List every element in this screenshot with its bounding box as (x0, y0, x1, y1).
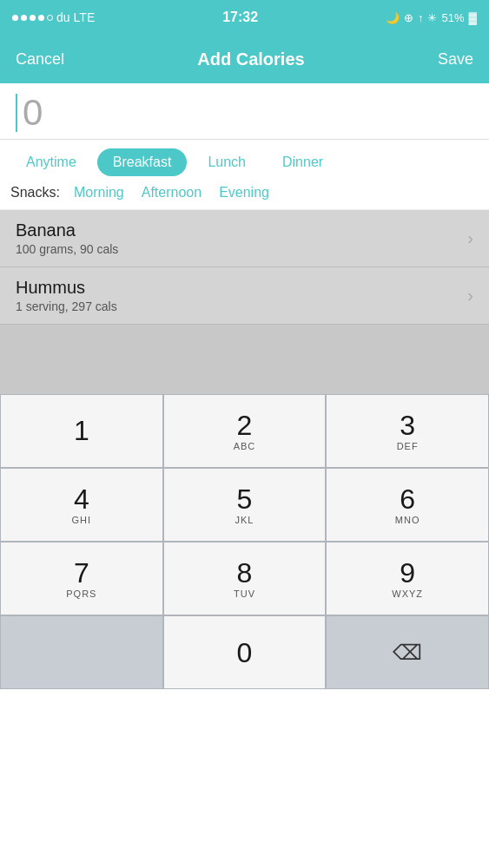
food-name: Banana (16, 220, 118, 240)
arrow-icon: ↑ (418, 11, 424, 24)
delete-icon: ⌫ (393, 641, 422, 665)
tab-anytime[interactable]: Anytime (10, 148, 92, 176)
numpad-key-3[interactable]: 3 DEF (326, 394, 489, 468)
key-main-label: 0 (237, 639, 253, 667)
meal-selector: Anytime Breakfast Lunch Dinner Snacks: M… (0, 140, 489, 210)
chevron-right-icon: › (467, 228, 473, 248)
food-item-hummus[interactable]: Hummus 1 serving, 297 cals › (0, 267, 489, 325)
status-right: 🌙 ⊕ ↑ ✳ 51% ▓ (386, 11, 477, 24)
food-list-spacer (0, 325, 489, 394)
numpad-delete-key[interactable]: ⌫ (326, 615, 489, 689)
meal-tabs-row: Anytime Breakfast Lunch Dinner (10, 148, 479, 176)
signal-dot-1 (12, 15, 18, 21)
key-sub-label: ABC (234, 441, 256, 451)
numpad: 1 2 ABC 3 DEF 4 GHI 5 JKL 6 MNO 7 PQRS 8… (0, 394, 489, 689)
food-list: Banana 100 grams, 90 cals › Hummus 1 ser… (0, 210, 489, 394)
numpad-key-9[interactable]: 9 WXYZ (326, 542, 489, 615)
signal-dot-3 (30, 15, 36, 21)
key-main-label: 7 (74, 559, 89, 587)
numpad-key-2[interactable]: 2 ABC (163, 394, 327, 468)
moon-icon: 🌙 (386, 11, 400, 24)
food-detail: 100 grams, 90 cals (16, 242, 118, 256)
location-icon: ⊕ (404, 11, 413, 24)
tab-lunch[interactable]: Lunch (192, 148, 261, 176)
cancel-button[interactable]: Cancel (16, 50, 64, 69)
food-item-banana[interactable]: Banana 100 grams, 90 cals › (0, 210, 489, 267)
snack-evening[interactable]: Evening (214, 183, 274, 202)
key-main-label: 1 (74, 417, 89, 444)
tab-dinner[interactable]: Dinner (267, 148, 339, 176)
numpad-key-0[interactable]: 0 (163, 615, 327, 689)
snacks-label: Snacks: (10, 185, 60, 201)
key-main-label: 8 (237, 559, 253, 587)
food-item-info: Hummus 1 serving, 297 cals (16, 278, 117, 313)
battery-icon: ▓ (469, 11, 477, 24)
numpad-key-5[interactable]: 5 JKL (163, 468, 327, 542)
key-main-label: 3 (400, 411, 415, 439)
bluetooth-icon: ✳ (427, 11, 437, 24)
signal-dot-2 (21, 15, 27, 21)
key-sub-label: DEF (397, 441, 419, 451)
key-main-label: 5 (237, 485, 253, 513)
battery-label: 51% (441, 11, 464, 24)
status-left: du LTE (12, 10, 95, 24)
key-main-label: 6 (400, 485, 415, 513)
numpad-key-7[interactable]: 7 PQRS (0, 542, 163, 615)
key-main-label: 2 (237, 411, 253, 439)
snack-afternoon[interactable]: Afternoon (136, 183, 207, 202)
snack-morning[interactable]: Morning (69, 183, 129, 202)
numpad-key-6[interactable]: 6 MNO (326, 468, 489, 542)
network-label: LTE (74, 10, 96, 24)
carrier-label: du (56, 10, 70, 24)
cursor-indicator (16, 94, 17, 132)
save-button[interactable]: Save (438, 50, 473, 69)
numpad-key-4[interactable]: 4 GHI (0, 468, 163, 542)
nav-bar: Cancel Add Calories Save (0, 35, 489, 83)
status-bar: du LTE 17:32 🌙 ⊕ ↑ ✳ 51% ▓ (0, 0, 489, 35)
key-main-label: 9 (400, 559, 415, 587)
numpad-key-8[interactable]: 8 TUV (163, 542, 327, 615)
key-sub-label: MNO (395, 515, 420, 525)
key-main-label: 4 (74, 485, 89, 513)
food-item-info: Banana 100 grams, 90 cals (16, 220, 118, 256)
chevron-right-icon: › (467, 286, 473, 306)
calorie-input-area: 0 (0, 83, 489, 140)
numpad-key-1[interactable]: 1 (0, 394, 163, 468)
snacks-row: Snacks: Morning Afternoon Evening (10, 183, 479, 202)
page-title: Add Calories (197, 49, 304, 69)
key-sub-label: JKL (235, 515, 254, 525)
signal-dot-5 (47, 15, 53, 21)
signal-dots (12, 15, 53, 21)
tab-breakfast[interactable]: Breakfast (97, 148, 188, 176)
numpad-key-empty (0, 615, 163, 689)
food-detail: 1 serving, 297 cals (16, 299, 117, 313)
time-display: 17:32 (222, 10, 258, 25)
key-sub-label: TUV (234, 589, 255, 599)
key-sub-label: PQRS (66, 589, 96, 599)
key-sub-label: WXYZ (392, 589, 423, 599)
key-sub-label: GHI (72, 515, 92, 525)
food-name: Hummus (16, 278, 117, 298)
signal-dot-4 (38, 15, 44, 21)
calorie-input-value: 0 (23, 92, 43, 134)
